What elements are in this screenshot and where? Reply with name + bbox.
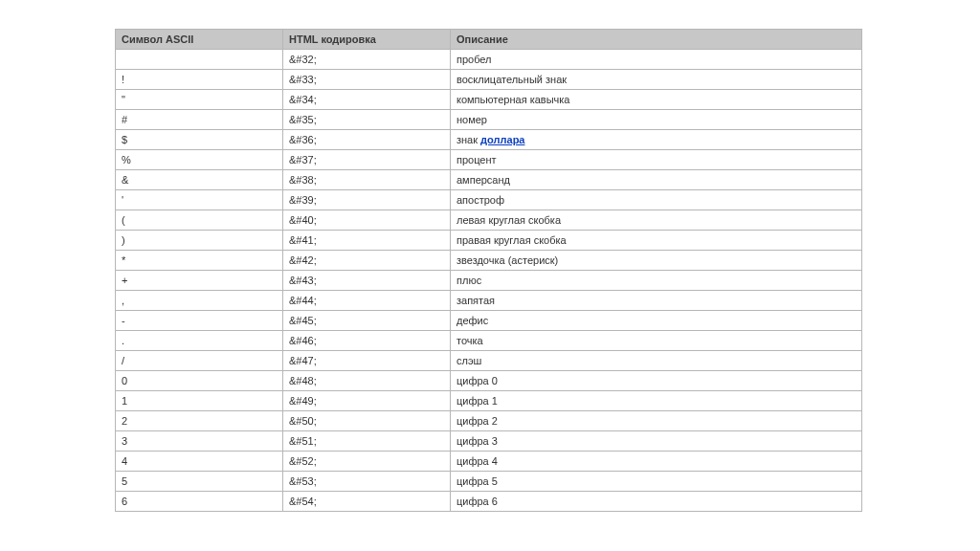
cell-symbol: ) bbox=[116, 231, 283, 251]
cell-desc: амперсанд bbox=[451, 170, 862, 190]
cell-desc: точка bbox=[451, 331, 862, 351]
table-row: 3&#51;цифра 3 bbox=[116, 431, 862, 452]
table-row: 0&#48;цифра 0 bbox=[116, 371, 862, 391]
cell-desc: восклицательный знак bbox=[451, 70, 862, 90]
cell-code: &#44; bbox=[283, 291, 451, 311]
cell-desc: плюс bbox=[451, 271, 862, 291]
table-row: 4&#52;цифра 4 bbox=[116, 452, 862, 472]
cell-symbol: # bbox=[116, 110, 283, 130]
table-body: &#32;пробел!&#33;восклицательный знак"&#… bbox=[116, 50, 862, 512]
cell-code: &#42; bbox=[283, 251, 451, 271]
cell-code: &#40; bbox=[283, 210, 451, 231]
header-code: HTML кодировка bbox=[283, 30, 451, 50]
table-row: "&#34;компьютерная кавычка bbox=[116, 90, 862, 110]
table-row: 2&#50;цифра 2 bbox=[116, 411, 862, 431]
cell-code: &#47; bbox=[283, 351, 451, 371]
cell-desc: цифра 4 bbox=[451, 452, 862, 472]
cell-desc: цифра 1 bbox=[451, 391, 862, 411]
cell-symbol: 0 bbox=[116, 371, 283, 391]
cell-code: &#51; bbox=[283, 431, 451, 452]
cell-symbol: & bbox=[116, 170, 283, 190]
cell-symbol: ' bbox=[116, 190, 283, 210]
cell-code: &#37; bbox=[283, 150, 451, 170]
cell-desc: апостроф bbox=[451, 190, 862, 210]
table-row: 1&#49;цифра 1 bbox=[116, 391, 862, 411]
ascii-table: Символ ASCII HTML кодировка Описание &#3… bbox=[115, 29, 862, 512]
cell-symbol: % bbox=[116, 150, 283, 170]
cell-code: &#41; bbox=[283, 231, 451, 251]
cell-code: &#53; bbox=[283, 472, 451, 492]
table-row: '&#39;апостроф bbox=[116, 190, 862, 210]
page-container: Символ ASCII HTML кодировка Описание &#3… bbox=[0, 0, 980, 551]
table-row: -&#45;дефис bbox=[116, 311, 862, 331]
cell-code: &#32; bbox=[283, 50, 451, 70]
cell-code: &#36; bbox=[283, 130, 451, 150]
table-row: $&#36;знак доллара bbox=[116, 130, 862, 150]
cell-symbol: 3 bbox=[116, 431, 283, 452]
cell-symbol: + bbox=[116, 271, 283, 291]
cell-code: &#33; bbox=[283, 70, 451, 90]
table-row: #&#35;номер bbox=[116, 110, 862, 130]
cell-symbol: " bbox=[116, 90, 283, 110]
header-symbol: Символ ASCII bbox=[116, 30, 283, 50]
cell-symbol: / bbox=[116, 351, 283, 371]
cell-symbol: 6 bbox=[116, 492, 283, 512]
cell-code: &#34; bbox=[283, 90, 451, 110]
cell-symbol bbox=[116, 50, 283, 70]
cell-desc: цифра 0 bbox=[451, 371, 862, 391]
cell-code: &#45; bbox=[283, 311, 451, 331]
cell-code: &#54; bbox=[283, 492, 451, 512]
table-row: &&#38;амперсанд bbox=[116, 170, 862, 190]
table-row: &#32;пробел bbox=[116, 50, 862, 70]
cell-symbol: * bbox=[116, 251, 283, 271]
table-row: *&#42;звездочка (астериск) bbox=[116, 251, 862, 271]
cell-desc: дефис bbox=[451, 311, 862, 331]
desc-prefix: знак bbox=[457, 134, 480, 145]
cell-desc: процент bbox=[451, 150, 862, 170]
cell-symbol: - bbox=[116, 311, 283, 331]
cell-code: &#48; bbox=[283, 371, 451, 391]
cell-desc: цифра 5 bbox=[451, 472, 862, 492]
cell-code: &#35; bbox=[283, 110, 451, 130]
cell-symbol: 2 bbox=[116, 411, 283, 431]
cell-symbol: ( bbox=[116, 210, 283, 231]
cell-symbol: $ bbox=[116, 130, 283, 150]
cell-symbol: 5 bbox=[116, 472, 283, 492]
cell-code: &#46; bbox=[283, 331, 451, 351]
cell-desc: цифра 6 bbox=[451, 492, 862, 512]
table-row: ,&#44;запятая bbox=[116, 291, 862, 311]
table-row: 5&#53;цифра 5 bbox=[116, 472, 862, 492]
cell-desc: запятая bbox=[451, 291, 862, 311]
cell-desc: правая круглая скобка bbox=[451, 231, 862, 251]
cell-symbol: ! bbox=[116, 70, 283, 90]
cell-desc: слэш bbox=[451, 351, 862, 371]
cell-symbol: 1 bbox=[116, 391, 283, 411]
cell-desc: знак доллара bbox=[451, 130, 862, 150]
cell-desc: цифра 3 bbox=[451, 431, 862, 452]
table-header-row: Символ ASCII HTML кодировка Описание bbox=[116, 30, 862, 50]
cell-code: &#50; bbox=[283, 411, 451, 431]
cell-desc: цифра 2 bbox=[451, 411, 862, 431]
cell-code: &#49; bbox=[283, 391, 451, 411]
cell-code: &#43; bbox=[283, 271, 451, 291]
cell-desc: левая круглая скобка bbox=[451, 210, 862, 231]
cell-desc: пробел bbox=[451, 50, 862, 70]
cell-desc: номер bbox=[451, 110, 862, 130]
table-row: 6&#54;цифра 6 bbox=[116, 492, 862, 512]
header-desc: Описание bbox=[451, 30, 862, 50]
cell-code: &#39; bbox=[283, 190, 451, 210]
table-row: %&#37;процент bbox=[116, 150, 862, 170]
table-row: !&#33;восклицательный знак bbox=[116, 70, 862, 90]
cell-code: &#38; bbox=[283, 170, 451, 190]
cell-symbol: , bbox=[116, 291, 283, 311]
cell-symbol: . bbox=[116, 331, 283, 351]
table-row: )&#41;правая круглая скобка bbox=[116, 231, 862, 251]
cell-code: &#52; bbox=[283, 452, 451, 472]
table-row: (&#40;левая круглая скобка bbox=[116, 210, 862, 231]
table-row: .&#46;точка bbox=[116, 331, 862, 351]
cell-desc: компьютерная кавычка bbox=[451, 90, 862, 110]
table-row: +&#43;плюс bbox=[116, 271, 862, 291]
cell-desc: звездочка (астериск) bbox=[451, 251, 862, 271]
cell-symbol: 4 bbox=[116, 452, 283, 472]
desc-link[interactable]: доллара bbox=[480, 134, 524, 145]
